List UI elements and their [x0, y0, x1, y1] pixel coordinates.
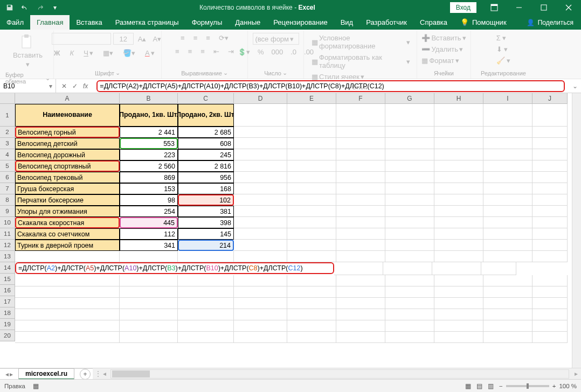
cell[interactable] — [532, 217, 568, 228]
cell[interactable] — [532, 104, 568, 127]
cell[interactable] — [483, 160, 532, 172]
cell[interactable] — [234, 228, 287, 240]
cell[interactable] — [336, 217, 385, 228]
data-cell[interactable]: 2 685 — [178, 127, 234, 138]
format-button[interactable]: ▦ Формат ▾ — [419, 55, 461, 66]
col-header[interactable]: C — [178, 93, 234, 104]
cell[interactable] — [385, 320, 434, 332]
cell[interactable] — [385, 104, 434, 127]
data-cell[interactable]: 341 — [120, 240, 178, 251]
cell[interactable] — [15, 332, 120, 343]
cell[interactable] — [532, 127, 568, 138]
cell[interactable] — [287, 127, 336, 138]
data-cell[interactable]: 608 — [178, 138, 234, 149]
macro-record-icon[interactable]: ▦ — [33, 382, 39, 390]
cell[interactable] — [532, 138, 568, 149]
row-header[interactable]: 2 — [0, 127, 15, 138]
ribbon-options-icon[interactable] — [482, 0, 507, 15]
col-header[interactable]: I — [483, 93, 532, 104]
cell[interactable] — [532, 183, 568, 194]
name-cell[interactable]: Велосипед дорожный — [15, 149, 120, 160]
cell[interactable] — [287, 332, 336, 343]
fill-down-icon[interactable]: ⬇ ▾ — [494, 44, 510, 54]
cell[interactable] — [434, 320, 483, 332]
font-color-icon[interactable]: A▾ — [143, 48, 157, 58]
cell[interactable] — [15, 309, 120, 320]
cell[interactable] — [287, 309, 336, 320]
cell[interactable] — [336, 275, 385, 286]
cell[interactable] — [15, 320, 120, 332]
cell[interactable] — [234, 286, 287, 298]
row-header[interactable]: 3 — [0, 138, 15, 149]
minimize-icon[interactable] — [507, 0, 531, 15]
data-cell[interactable]: 956 — [178, 172, 234, 183]
cell[interactable] — [385, 217, 434, 228]
cell[interactable] — [287, 183, 336, 194]
name-cell[interactable]: Груша боксерская — [15, 183, 120, 194]
cell[interactable] — [483, 240, 532, 251]
cell[interactable] — [434, 332, 483, 343]
cell[interactable] — [287, 298, 336, 309]
cell[interactable] — [15, 286, 120, 298]
cell[interactable] — [385, 309, 434, 320]
cell-styles-button[interactable]: ▦ Стили ячеек ▾ — [309, 72, 366, 82]
data-cell[interactable]: 398 — [178, 217, 234, 228]
orientation-icon[interactable]: ⟳▾ — [217, 33, 231, 43]
cell[interactable] — [120, 286, 178, 298]
cell[interactable] — [287, 275, 336, 286]
cell[interactable] — [432, 262, 481, 275]
inc-dec-icon[interactable]: .0 — [288, 47, 299, 57]
cell[interactable] — [234, 149, 287, 160]
name-cell[interactable]: Велосипед спортивный — [15, 160, 120, 172]
data-cell[interactable]: 245 — [178, 149, 234, 160]
tab-справка[interactable]: Справка — [413, 15, 454, 30]
row-header[interactable]: 11 — [0, 228, 15, 240]
cell[interactable] — [234, 206, 287, 217]
data-cell[interactable]: 2 441 — [120, 127, 178, 138]
undo-icon[interactable] — [18, 1, 31, 14]
name-cell[interactable]: Скакалка со счетчиком — [15, 228, 120, 240]
cell[interactable] — [434, 275, 483, 286]
cell[interactable] — [483, 104, 532, 127]
cell[interactable] — [385, 183, 434, 194]
bold-icon[interactable]: Ж — [52, 48, 63, 58]
view-break-icon[interactable]: ▥ — [488, 382, 494, 390]
grow-font-icon[interactable]: A▴ — [136, 33, 149, 45]
cell[interactable] — [385, 138, 434, 149]
cell[interactable] — [234, 194, 287, 206]
align-center-icon[interactable]: ≡ — [186, 46, 195, 57]
cell[interactable] — [15, 298, 120, 309]
cell[interactable] — [532, 228, 568, 240]
cell[interactable] — [483, 183, 532, 194]
expand-formula-icon[interactable]: ⌄ — [569, 82, 581, 90]
data-cell[interactable]: 98 — [120, 194, 178, 206]
cell[interactable] — [385, 172, 434, 183]
cell[interactable] — [434, 298, 483, 309]
cell[interactable] — [434, 217, 483, 228]
col-header[interactable]: J — [532, 93, 568, 104]
cell[interactable] — [483, 127, 532, 138]
name-cell[interactable]: Велосипед горный — [15, 127, 120, 138]
tab-вид[interactable]: Вид — [334, 15, 360, 30]
signin-button[interactable]: Вход — [450, 2, 476, 13]
cell[interactable] — [481, 262, 516, 275]
tab-формулы[interactable]: Формулы — [185, 15, 229, 30]
row-header[interactable]: 1 — [0, 104, 15, 127]
cell[interactable] — [532, 275, 568, 286]
cell[interactable] — [483, 320, 532, 332]
maximize-icon[interactable] — [531, 0, 556, 15]
cell[interactable] — [483, 275, 532, 286]
col-header[interactable]: D — [234, 93, 287, 104]
cell[interactable] — [532, 149, 568, 160]
add-sheet-button[interactable]: + — [80, 369, 91, 380]
view-normal-icon[interactable]: ▦ — [465, 382, 471, 390]
paste-button[interactable]: Вставить ▾ — [11, 33, 45, 69]
cell[interactable] — [385, 251, 434, 262]
tab-разработчик[interactable]: Разработчик — [359, 15, 413, 30]
cell[interactable] — [120, 298, 178, 309]
name-cell[interactable]: Велосипед детский — [15, 138, 120, 149]
cell[interactable] — [483, 228, 532, 240]
cell[interactable] — [287, 206, 336, 217]
cell[interactable] — [336, 228, 385, 240]
fx-icon[interactable]: fx — [83, 82, 88, 90]
